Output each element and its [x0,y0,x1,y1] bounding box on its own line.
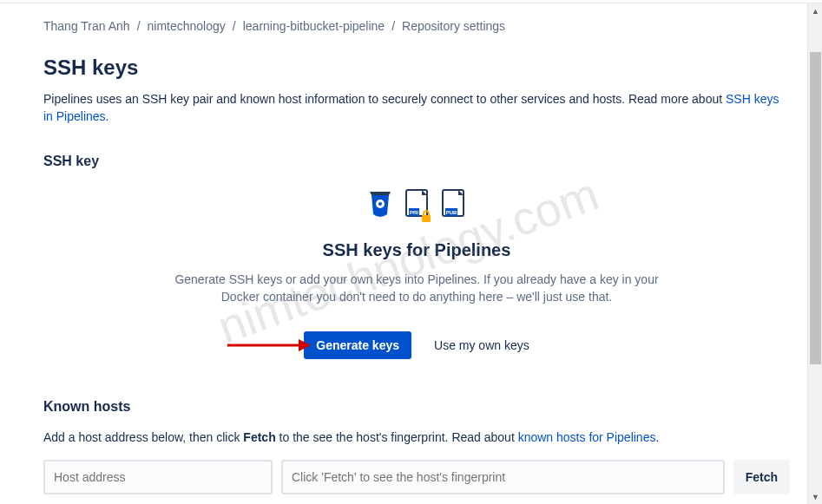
generate-keys-button[interactable]: Generate keys [304,331,411,359]
breadcrumb: Thang Tran Anh / nimtechnology / learnin… [43,19,790,33]
known-hosts-docs-link[interactable]: known hosts for Pipelines [518,430,656,444]
desc-suffix: . [106,109,109,123]
breadcrumb-sep: / [391,19,395,33]
bitbucket-icon [366,188,394,221]
known-hosts-heading: Known hosts [43,399,790,415]
pipeline-icon-row: PRI PUB [43,188,790,221]
breadcrumb-sep: / [233,19,236,33]
use-my-own-keys-button[interactable]: Use my own keys [434,338,529,352]
breadcrumb-sep: / [137,19,141,33]
page-title: SSH keys [43,56,790,80]
svg-rect-5 [422,215,431,222]
scroll-thumb[interactable] [810,52,821,364]
ssh-keys-panel-desc: Generate SSH keys or add your own keys i… [174,271,660,306]
pub-key-file-icon: PUB [441,188,467,221]
fingerprint-input[interactable] [281,460,725,494]
known-desc-part: Add a host address below, then click [43,430,243,444]
svg-text:PUB: PUB [446,210,457,215]
known-desc-mid: to the see the host's fingerprint. Read … [276,430,518,444]
known-hosts-desc: Add a host address below, then click Fet… [43,430,790,444]
ssh-keys-panel-title: SSH keys for Pipelines [43,240,790,260]
known-desc-bold: Fetch [243,430,275,444]
svg-point-1 [378,202,382,206]
ssh-key-heading: SSH key [43,154,790,169]
host-address-input[interactable] [43,460,273,494]
pri-key-file-icon: PRI [404,188,431,221]
crumb-project[interactable]: nimtechnology [148,19,226,33]
page-description: Pipelines uses an SSH key pair and known… [43,90,790,126]
crumb-repo[interactable]: learning-bitbucket-pipeline [243,19,385,33]
scrollbar[interactable]: ▲ ▼ [807,3,822,504]
scroll-up-arrow[interactable]: ▲ [808,3,822,18]
desc-text: Pipelines uses an SSH key pair and known… [43,92,726,106]
scroll-down-arrow[interactable]: ▼ [808,489,822,504]
crumb-settings[interactable]: Repository settings [402,19,505,33]
fetch-button[interactable]: Fetch [733,460,790,494]
crumb-owner[interactable]: Thang Tran Anh [43,19,130,33]
svg-text:PRI: PRI [410,210,418,215]
known-desc-suffix: . [655,430,659,444]
